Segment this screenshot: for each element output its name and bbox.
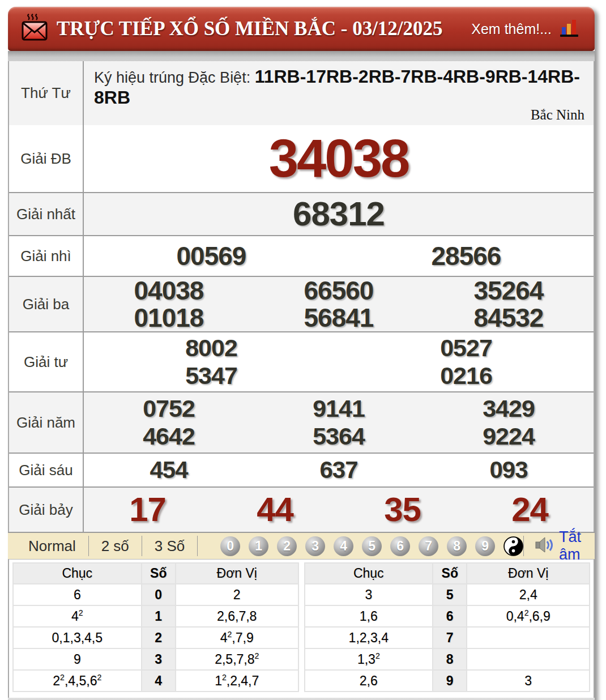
prize-number: 637 (254, 458, 424, 482)
head-tail-tables: ChụcSốĐơn Vị6024212,6,7,80,1,3,4,5242,7,… (8, 559, 595, 698)
cell-so: 4 (142, 670, 176, 692)
head-tail-table-2: ChụcSốĐơn Vị352,41,660,42,6,91,2,3,471,3… (304, 562, 591, 692)
page-title: TRỰC TIẾP XỔ SỐ MIỀN BẮC - 03/12/2025 (57, 18, 443, 40)
prize-number: 17 (84, 493, 211, 527)
prize-number: 093 (424, 458, 594, 482)
cell-donvi: 2,5,7,82 (176, 648, 298, 670)
cell-so: 5 (433, 584, 467, 605)
table-row: 602 (13, 584, 298, 605)
mute-toggle[interactable]: Tắt âm (535, 528, 581, 564)
prize-numbers: 68312 (84, 193, 594, 235)
toolbar-separator (523, 536, 524, 556)
yin-yang-icon[interactable] (503, 536, 523, 556)
header-so: Số (142, 563, 176, 584)
footer-divider-strip (8, 698, 595, 700)
prize-label: Giải sáu (9, 454, 84, 486)
prize-row-fourth: Giải tư8002052753470216 (9, 331, 594, 391)
prize-number: 3429 (424, 396, 594, 421)
cell-so: 3 (142, 648, 176, 670)
prize-number: 0527 (339, 336, 594, 360)
prize-row-fifth: Giải năm075291413429464253649224 (9, 391, 594, 453)
header-donvi: Đơn Vị (467, 563, 590, 584)
digit-ball-7[interactable]: 7 (419, 536, 438, 556)
mode-normal-button[interactable]: Normal (19, 537, 85, 555)
prize-numbers: 454637093 (84, 454, 594, 486)
prize-number: 28566 (339, 243, 594, 269)
table-row: 0,1,3,4,5242,7,9 (13, 627, 298, 648)
digit-ball-0[interactable]: 0 (220, 536, 240, 556)
mute-label: Tắt âm (559, 528, 581, 564)
head-tail-table-1: ChụcSốĐơn Vị6024212,6,7,80,1,3,4,5242,7,… (12, 562, 299, 692)
prize-number: 56841 (254, 305, 424, 331)
prize-number: 66560 (254, 278, 424, 304)
province-name: Bắc Ninh (531, 107, 584, 123)
cell-chuc: 9 (13, 648, 142, 670)
cell-so: 1 (142, 605, 176, 627)
cell-chuc: 1,2,3,4 (305, 627, 433, 648)
cell-donvi: 2,4 (467, 584, 590, 605)
mode-2-digit-button[interactable]: 2 số (92, 537, 138, 555)
special-sign-content: Ký hiệu trúng Đặc Biệt: 11RB-17RB-2RB-7R… (84, 61, 594, 125)
digit-ball-3[interactable]: 3 (305, 536, 325, 556)
cell-chuc: 3 (305, 584, 433, 605)
prize-label: Giải ba (9, 277, 84, 331)
prize-number: 00569 (84, 243, 339, 269)
cell-chuc: 42 (13, 605, 142, 627)
toolbar-separator (88, 536, 89, 556)
digit-ball-5[interactable]: 5 (362, 536, 382, 556)
see-more-link[interactable]: Xem thêm!... (471, 21, 552, 37)
toolbar-separator (197, 536, 198, 556)
cell-donvi: 0,42,6,9 (467, 605, 590, 627)
prize-label: Giải nhất (9, 193, 84, 235)
prize-label: Giải tư (9, 332, 84, 391)
table-row: 1,660,42,6,9 (305, 605, 590, 627)
day-label: Thứ Tư (9, 61, 84, 125)
toolbar-separator (142, 536, 142, 556)
prize-number: 68312 (84, 197, 594, 231)
prize-number: 35 (339, 493, 466, 527)
header-bar: TRỰC TIẾP XỔ SỐ MIỀN BẮC - 03/12/2025 Xe… (8, 7, 595, 51)
prize-number: 0752 (84, 396, 254, 421)
digit-ball-8[interactable]: 8 (447, 536, 467, 556)
speaker-icon[interactable] (535, 536, 554, 556)
cell-donvi (467, 627, 590, 648)
header-chuc: Chục (13, 563, 142, 584)
prize-row-db: Giải ĐB34038 (9, 125, 594, 192)
special-sign-row: Thứ Tư Ký hiệu trúng Đặc Biệt: 11RB-17RB… (9, 61, 594, 125)
prize-label: Giải bảy (9, 488, 84, 532)
prize-number: 01018 (84, 305, 254, 331)
header-divider-strip (8, 51, 595, 61)
digit-ball-4[interactable]: 4 (334, 536, 353, 556)
table-row: 1,2,3,47 (305, 627, 590, 648)
table-row: 1,328 (305, 648, 590, 670)
cell-donvi (467, 648, 590, 670)
cell-chuc: 1,32 (305, 648, 433, 670)
digit-ball-1[interactable]: 1 (249, 536, 268, 556)
prize-rows: Giải ĐB34038Giải nhất68312Giải nhì005692… (9, 125, 594, 532)
prize-numbers: 0056928566 (84, 236, 594, 276)
prize-numbers: 8002052753470216 (84, 332, 594, 391)
cell-so: 9 (433, 670, 467, 692)
prize-number: 8002 (84, 336, 339, 360)
prize-number: 9224 (424, 424, 594, 449)
digit-ball-6[interactable]: 6 (390, 536, 410, 556)
sign-label: Ký hiệu trúng Đặc Biệt: (94, 69, 255, 86)
cell-chuc: 0,1,3,4,5 (13, 627, 142, 648)
prize-number: 34038 (84, 132, 594, 185)
cell-so: 2 (142, 627, 176, 648)
header-donvi: Đơn Vị (176, 563, 298, 584)
digit-ball-2[interactable]: 2 (277, 536, 297, 556)
prize-number: 44 (211, 493, 339, 527)
prize-label: Giải ĐB (9, 125, 84, 192)
prize-row-sixth: Giải sáu454637093 (9, 453, 594, 486)
digit-ball-9[interactable]: 9 (475, 536, 495, 556)
cell-chuc: 2,6 (305, 670, 433, 692)
cell-donvi: 12,2,4,7 (176, 670, 298, 692)
prize-number: 5364 (254, 424, 424, 449)
prize-number: 9141 (254, 396, 424, 421)
results-board: Thứ Tư Ký hiệu trúng Đặc Biệt: 11RB-17RB… (8, 61, 595, 532)
cell-donvi: 3 (467, 670, 590, 692)
mode-3-digit-button[interactable]: 3 Số (146, 537, 194, 555)
bar-chart-icon[interactable] (558, 18, 580, 40)
prize-number: 5347 (84, 364, 339, 388)
